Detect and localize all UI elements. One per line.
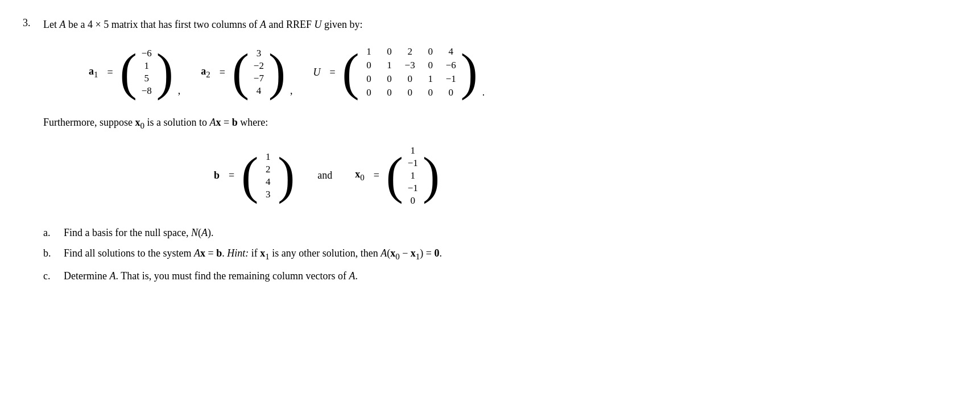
a2-paren-left: ( (232, 47, 249, 98)
U-r2c1: 0 (364, 60, 374, 71)
text-b: Find all solutions to the system Ax = b.… (64, 245, 957, 263)
sub-item-c: c. Determine A. That is, you must find t… (43, 268, 957, 284)
problem-content: Let A be a 4 × 5 matrix that has first t… (43, 17, 957, 284)
U-grid: 1 0 2 0 4 0 1 −3 0 −6 0 0 0 (359, 44, 461, 101)
a1-expr: a1 = ( −6 1 5 −8 ) , (89, 46, 180, 99)
a1-label: a1 (89, 65, 98, 80)
U-r4c3: 0 (405, 87, 415, 98)
b-r2: 2 (263, 164, 273, 175)
a1-matrix: ( −6 1 5 −8 ) (120, 46, 173, 99)
U-r1c5: 4 (446, 46, 456, 57)
x0-expr: x0 = ( 1 −1 1 −1 0 ) (355, 143, 440, 209)
a1-r4: −8 (142, 85, 152, 97)
a1-comma: , (178, 85, 181, 97)
b-r3: 4 (263, 176, 273, 188)
U-matrix: ( 1 0 2 0 4 0 1 −3 0 −6 (342, 44, 478, 101)
a1-equals: = (107, 67, 113, 79)
b-equals: = (229, 170, 234, 181)
a2-equals: = (220, 67, 225, 79)
U-r2c3: −3 (405, 60, 415, 71)
a2-expr: a2 = ( 3 −2 −7 4 ) , (201, 46, 292, 99)
x0-r4: −1 (408, 183, 418, 194)
a2-grid: 3 −2 −7 4 (249, 46, 268, 99)
a2-r2: −2 (254, 60, 264, 72)
U-r3c5: −1 (446, 73, 456, 85)
U-r3c2: 0 (384, 73, 395, 85)
a2-label: a2 (201, 65, 210, 80)
b-grid: 1 2 4 3 (258, 149, 278, 203)
b-r4: 3 (263, 189, 273, 200)
b-expr: b = ( 1 2 4 3 ) (214, 149, 295, 203)
U-r3c4: 1 (425, 73, 436, 85)
U-r4c5: 0 (446, 87, 456, 98)
U-r1c3: 2 (405, 46, 415, 57)
furthermore-text: Furthermore, suppose x0 is a solution to… (43, 114, 957, 133)
U-r2c4: 0 (425, 60, 436, 71)
U-expr: U = ( 1 0 2 0 4 0 1 −3 (313, 44, 485, 101)
sub-item-a: a. Find a basis for the null space, N(A)… (43, 225, 957, 241)
a2-comma: , (290, 85, 293, 97)
U-r1c1: 1 (364, 46, 374, 57)
U-r3c1: 0 (364, 73, 374, 85)
sub-items: a. Find a basis for the null space, N(A)… (43, 225, 957, 284)
x0-r5: 0 (408, 195, 418, 206)
b-paren-left: ( (241, 150, 258, 201)
text-c: Determine A. That is, you must find the … (64, 268, 957, 284)
b-r1: 1 (263, 151, 273, 163)
x0-label: x0 (355, 168, 365, 183)
U-r4c1: 0 (364, 87, 374, 98)
U-r1c4: 0 (425, 46, 436, 57)
and-word: and (317, 170, 332, 181)
x0-r1: 1 (408, 145, 418, 156)
intro-text: Let A be a 4 × 5 matrix that has first t… (43, 17, 957, 32)
b-paren-right: ) (278, 150, 295, 201)
a2-r4: 4 (254, 85, 264, 97)
a1-r2: 1 (142, 60, 152, 72)
U-r2c2: 1 (384, 60, 395, 71)
a1-r3: 5 (142, 73, 152, 84)
letter-b: b. (43, 245, 55, 263)
x0-grid: 1 −1 1 −1 0 (403, 143, 423, 209)
a2-r1: 3 (254, 48, 264, 59)
a1-grid: −6 1 5 −8 (137, 46, 156, 99)
a1-r1: −6 (142, 48, 152, 59)
a1-paren-left: ( (120, 47, 137, 98)
letter-c: c. (43, 268, 55, 284)
U-r2c5: −6 (446, 60, 456, 71)
U-paren-left: ( (342, 47, 359, 98)
x0-r2: −1 (408, 158, 418, 169)
b-label: b (214, 170, 220, 181)
a2-r3: −7 (254, 73, 264, 84)
x0-paren-left: ( (386, 150, 403, 201)
a1-paren-right: ) (156, 47, 173, 98)
U-period: . (482, 86, 485, 98)
sub-item-b: b. Find all solutions to the system Ax =… (43, 245, 957, 263)
U-equals: = (329, 67, 335, 79)
matrices-row: a1 = ( −6 1 5 −8 ) , a2 (43, 44, 957, 101)
letter-a: a. (43, 225, 55, 241)
U-r1c2: 0 (384, 46, 395, 57)
problem-number: 3. (23, 17, 36, 284)
a2-paren-right: ) (268, 47, 286, 98)
x0-paren-right: ) (423, 150, 440, 201)
b-matrix: ( 1 2 4 3 ) (241, 149, 295, 203)
x0-r3: 1 (408, 170, 418, 181)
text-a: Find a basis for the null space, N(A). (64, 225, 957, 241)
U-r3c3: 0 (405, 73, 415, 85)
U-paren-right: ) (461, 47, 478, 98)
x0-equals: = (374, 170, 379, 181)
a2-matrix: ( 3 −2 −7 4 ) (232, 46, 286, 99)
x0-matrix: ( 1 −1 1 −1 0 ) (386, 143, 440, 209)
U-label: U (313, 67, 320, 79)
problem-3: 3. Let A be a 4 × 5 matrix that has firs… (23, 17, 957, 284)
U-r4c4: 0 (425, 87, 436, 98)
U-r4c2: 0 (384, 87, 395, 98)
bx0-row: b = ( 1 2 4 3 ) and x0 = (43, 143, 957, 209)
